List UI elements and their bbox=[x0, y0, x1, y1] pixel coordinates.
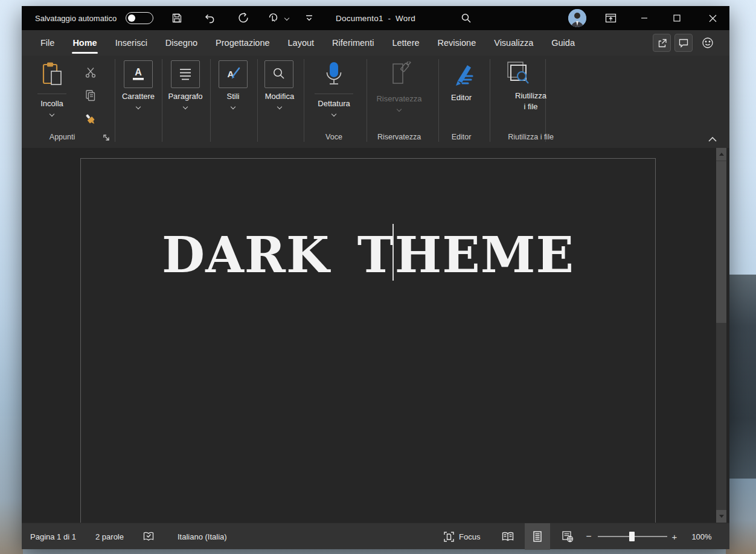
font-group-label[interactable]: Carattere bbox=[122, 92, 155, 101]
group-separator bbox=[304, 59, 304, 142]
account-avatar[interactable] bbox=[568, 9, 586, 27]
wallpaper-mountain bbox=[726, 275, 756, 480]
focus-icon bbox=[443, 531, 455, 543]
chevron-down-icon[interactable] bbox=[136, 104, 141, 109]
group-separator bbox=[367, 59, 367, 142]
tab-lettere[interactable]: Lettere bbox=[383, 30, 428, 56]
chevron-down-icon[interactable] bbox=[183, 104, 188, 109]
language-indicator[interactable]: Italiano (Italia) bbox=[178, 523, 227, 550]
editor-group-label: Editor bbox=[452, 133, 472, 144]
dictate-split-divider bbox=[315, 94, 353, 94]
paragraph-group-button[interactable] bbox=[171, 60, 200, 88]
ribbon-display-options-icon[interactable] bbox=[598, 6, 623, 30]
editing-group-label[interactable]: Modifica bbox=[265, 92, 294, 101]
paste-split-divider bbox=[37, 94, 66, 94]
chevron-down-icon[interactable] bbox=[277, 104, 282, 109]
chevron-down-icon[interactable] bbox=[283, 6, 291, 30]
font-group-button[interactable]: A bbox=[124, 60, 153, 88]
web-layout-button[interactable] bbox=[558, 523, 577, 550]
minimize-button[interactable] bbox=[630, 6, 658, 30]
undo-icon[interactable] bbox=[199, 6, 220, 30]
scroll-up-button[interactable] bbox=[716, 148, 726, 161]
paste-button[interactable] bbox=[42, 62, 63, 87]
sensitivity-group-label: Riservatezza bbox=[377, 133, 421, 144]
text-cursor bbox=[392, 224, 394, 281]
tab-home[interactable]: Home bbox=[63, 30, 106, 56]
status-bar: Pagina 1 di 1 2 parole Italiano (Italia)… bbox=[22, 523, 729, 549]
chevron-down-icon[interactable] bbox=[50, 112, 54, 116]
editor-label[interactable]: Editor bbox=[451, 93, 472, 102]
read-mode-button[interactable] bbox=[499, 523, 517, 550]
clipboard-group-label: Appunti bbox=[50, 133, 75, 144]
document-page[interactable]: DARK THEME bbox=[80, 158, 656, 523]
tab-disegno[interactable]: Disegno bbox=[156, 30, 207, 56]
sensitivity-button[interactable] bbox=[388, 62, 411, 87]
editing-group-button[interactable] bbox=[264, 60, 293, 88]
word-count[interactable]: 2 parole bbox=[95, 523, 124, 550]
chevron-down-icon[interactable] bbox=[231, 104, 235, 109]
tab-inserisci[interactable]: Inserisci bbox=[106, 30, 156, 56]
dictate-button[interactable] bbox=[324, 60, 344, 89]
zoom-out-button[interactable]: − bbox=[583, 523, 594, 550]
scroll-down-button[interactable] bbox=[716, 510, 726, 523]
vertical-scrollbar[interactable] bbox=[716, 148, 726, 523]
desktop: Salvataggio automatico bbox=[0, 0, 756, 554]
group-separator bbox=[210, 59, 211, 142]
styles-group-button[interactable]: A bbox=[219, 60, 248, 88]
chevron-down-icon bbox=[397, 107, 402, 112]
reuse-files-button[interactable] bbox=[505, 60, 531, 87]
paste-label[interactable]: Incolla bbox=[40, 99, 63, 108]
feedback-smiley-icon[interactable] bbox=[699, 34, 717, 52]
svg-text:A: A bbox=[135, 67, 142, 77]
ribbon: Incolla bbox=[22, 56, 729, 148]
collapse-ribbon-icon[interactable] bbox=[708, 136, 717, 142]
maximize-button[interactable] bbox=[663, 6, 691, 30]
tab-visualizza[interactable]: Visualizza bbox=[485, 30, 542, 56]
close-button[interactable] bbox=[696, 6, 729, 30]
touch-mode-icon[interactable] bbox=[262, 6, 284, 30]
tab-revisione[interactable]: Revisione bbox=[429, 30, 485, 56]
reuse-files-label[interactable]: Riutilizzai file bbox=[515, 91, 546, 112]
document-canvas: DARK THEME bbox=[22, 148, 729, 523]
tab-file[interactable]: File bbox=[31, 30, 63, 56]
tab-guida[interactable]: Guida bbox=[542, 30, 584, 56]
quick-access-overflow-icon[interactable] bbox=[298, 6, 320, 30]
tab-riferimenti[interactable]: Riferimenti bbox=[323, 30, 383, 56]
reuse-group-label: Riutilizza i file bbox=[508, 133, 554, 144]
tab-progettazione[interactable]: Progettazione bbox=[207, 30, 278, 56]
copy-icon[interactable] bbox=[85, 89, 97, 101]
group-separator bbox=[162, 59, 162, 142]
window-title: Documento1 - Word bbox=[336, 6, 415, 30]
print-layout-button[interactable] bbox=[525, 523, 550, 550]
zoom-level[interactable]: 100% bbox=[686, 523, 717, 550]
share-button[interactable] bbox=[653, 34, 671, 52]
scrollbar-thumb[interactable] bbox=[716, 161, 726, 323]
group-separator bbox=[257, 59, 258, 142]
format-painter-icon[interactable] bbox=[83, 112, 98, 127]
group-separator bbox=[490, 59, 490, 142]
save-icon[interactable] bbox=[166, 6, 188, 30]
word-window: Salvataggio automatico bbox=[22, 6, 729, 549]
dialog-launcher-icon[interactable] bbox=[103, 134, 111, 142]
zoom-slider-handle[interactable] bbox=[629, 532, 635, 541]
autosave-toggle[interactable] bbox=[126, 12, 153, 24]
paragraph-group-label[interactable]: Paragrafo bbox=[168, 92, 202, 101]
chevron-down-icon[interactable] bbox=[332, 112, 336, 116]
search-icon[interactable] bbox=[455, 6, 477, 30]
zoom-in-button[interactable]: + bbox=[669, 523, 680, 550]
wallpaper-shore bbox=[0, 416, 23, 554]
focus-mode-button[interactable]: Focus bbox=[443, 523, 480, 550]
dictate-label[interactable]: Dettatura bbox=[318, 99, 350, 108]
focus-label: Focus bbox=[459, 532, 480, 541]
sensitivity-label: Riservatezza bbox=[376, 94, 421, 103]
proofing-errors-icon[interactable] bbox=[140, 523, 157, 550]
redo-icon[interactable] bbox=[232, 6, 254, 30]
editor-button[interactable] bbox=[448, 59, 476, 89]
tab-layout[interactable]: Layout bbox=[279, 30, 324, 56]
comments-button[interactable] bbox=[674, 34, 693, 52]
cut-icon[interactable] bbox=[85, 66, 97, 78]
wallpaper-sea bbox=[726, 479, 756, 554]
ribbon-tab-bar: File Home Inserisci Disegno Progettazion… bbox=[22, 30, 729, 56]
styles-group-label[interactable]: Stili bbox=[227, 92, 240, 101]
page-indicator[interactable]: Pagina 1 di 1 bbox=[30, 523, 76, 550]
